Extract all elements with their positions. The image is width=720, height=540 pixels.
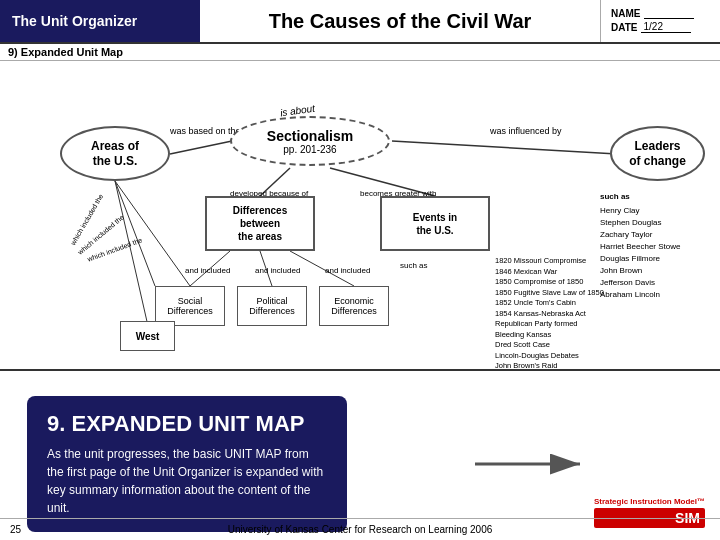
economic-box: EconomicDifferences	[319, 286, 389, 326]
event-republican: Republican Party formed	[495, 319, 625, 330]
event-bleeding-kansas: Bleeding Kansas	[495, 330, 625, 341]
expanded-unit-label: 9) Expanded Unit Map	[0, 44, 720, 61]
leader-henry-clay: Henry Clay	[600, 205, 715, 217]
date-value: 1/22	[641, 21, 691, 33]
leader-stephen-douglas: Stephen Douglas	[600, 217, 715, 229]
political-box: PoliticalDifferences	[237, 286, 307, 326]
unit-organizer-title: The Unit Organizer	[12, 13, 137, 29]
event-dred-scott: Dred Scott Case	[495, 340, 625, 351]
callout-body: As the unit progresses, the basic UNIT M…	[47, 445, 327, 517]
leaders-such-as: such as	[600, 191, 715, 203]
event-lincoln-douglas: Lincoln-Douglas Debates	[495, 351, 625, 362]
strategic-text: Strategic Instruction Model™	[594, 497, 705, 506]
footer-university: University of Kansas Center for Research…	[185, 524, 535, 535]
leader-zachary-taylor: Zachary Taylor	[600, 229, 715, 241]
event-1854: 1854 Kansas-Nebraska Act	[495, 309, 625, 320]
events-label: Events inthe U.S.	[413, 211, 457, 237]
page-number: 25	[10, 524, 185, 535]
leader-harriet-stowe: Harriet Beecher Stowe	[600, 241, 715, 253]
was-based-on-label: was based on the	[170, 126, 241, 136]
callout-arrow	[475, 444, 595, 484]
date-row: DATE 1/22	[611, 21, 710, 33]
event-1852: 1852 Uncle Tom's Cabin	[495, 298, 625, 309]
diagram-area: is about was based on the was influenced…	[0, 61, 720, 371]
callout-box: 9. EXPANDED UNIT MAP As the unit progres…	[27, 396, 347, 532]
name-value	[644, 7, 694, 19]
areas-us-oval: Areas ofthe U.S.	[60, 126, 170, 181]
and-included-label-2: and included	[255, 266, 300, 275]
event-browns-raid: John Brown's Raid	[495, 361, 625, 371]
header-center-title: The Causes of the Civil War	[200, 0, 600, 42]
name-row: NAME	[611, 7, 710, 19]
svg-line-0	[170, 141, 232, 154]
areas-us-label: Areas ofthe U.S.	[91, 139, 139, 168]
social-box: SocialDifferences	[155, 286, 225, 326]
social-label: SocialDifferences	[167, 296, 212, 316]
differences-label: Differencesbetweenthe areas	[233, 204, 287, 243]
civil-war-title: The Causes of the Civil War	[269, 10, 532, 33]
political-label: PoliticalDifferences	[249, 296, 294, 316]
and-included-label-3: and included	[325, 266, 370, 275]
date-label: DATE	[611, 22, 637, 33]
footer: 25 University of Kansas Center for Resea…	[0, 518, 720, 540]
west-box: West	[120, 321, 175, 351]
arrow-area	[362, 444, 708, 484]
name-label: NAME	[611, 8, 640, 19]
leaders-label: Leadersof change	[629, 139, 686, 168]
sectionalism-title: Sectionalism	[267, 128, 353, 144]
header: The Unit Organizer The Causes of the Civ…	[0, 0, 720, 44]
differences-box: Differencesbetweenthe areas	[205, 196, 315, 251]
was-influenced-by-label: was influenced by	[490, 126, 562, 136]
callout-section: 9. EXPANDED UNIT MAP As the unit progres…	[0, 371, 720, 540]
economic-label: EconomicDifferences	[331, 296, 376, 316]
header-left-title: The Unit Organizer	[0, 0, 200, 42]
events-box: Events inthe U.S.	[380, 196, 490, 251]
event-1846: 1846 Mexican War	[495, 267, 625, 278]
such-as-label: such as	[400, 261, 428, 270]
and-included-label-1: and included	[185, 266, 230, 275]
callout-number: 9. EXPANDED UNIT MAP	[47, 411, 327, 437]
west-label: West	[136, 331, 160, 342]
header-right: NAME DATE 1/22	[600, 0, 720, 42]
leaders-oval: Leadersof change	[610, 126, 705, 181]
sectionalism-pages: pp. 201-236	[283, 144, 336, 155]
sectionalism-oval: Sectionalism pp. 201-236	[230, 116, 390, 166]
events-list: 1820 Missouri Compromise 1846 Mexican Wa…	[495, 256, 625, 371]
event-1820: 1820 Missouri Compromise	[495, 256, 625, 267]
svg-line-1	[392, 141, 617, 154]
event-1850-compromise: 1850 Compromise of 1850	[495, 277, 625, 288]
svg-line-5	[115, 181, 190, 286]
event-1850-fugitive: 1850 Fugitive Slave Law of 1850	[495, 288, 625, 299]
